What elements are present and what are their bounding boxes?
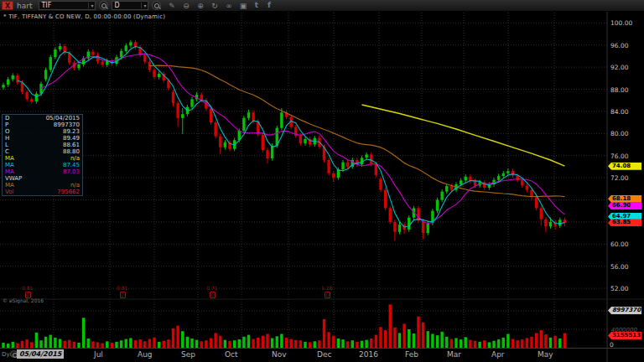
close-icon[interactable]: X xyxy=(2,1,13,10)
data-panel-label: L xyxy=(5,142,8,148)
esignal-chart-window: X hart TIF ▾ D ▾ ✎⊖⊕↻∞▣tf * TIF, TIFFANY… xyxy=(0,0,644,362)
price-axis-tick: 88.00 xyxy=(610,86,628,94)
ma-fast-line xyxy=(18,47,565,228)
data-panel-label: O xyxy=(5,128,10,135)
data-panel-value: 88.80 xyxy=(63,148,80,155)
data-panel-label: MA xyxy=(5,182,14,189)
price-axis-tick: 52.00 xyxy=(610,285,628,292)
time-axis-month-label: Aug xyxy=(138,350,153,359)
data-panel-row: Vol795662 xyxy=(3,189,82,195)
data-panel-value: 05/04/2015 xyxy=(46,115,80,122)
data-panel-row: D05/04/2015 xyxy=(3,115,82,122)
toolbar-icon-group: ✎⊖⊕↻∞▣tf xyxy=(164,1,275,11)
data-panel-row: H89.49 xyxy=(3,135,82,142)
cursor-date-chip: 05/04/2015 xyxy=(17,349,64,359)
data-panel-value: 795662 xyxy=(57,189,80,195)
interval-value: D xyxy=(114,2,119,9)
ma-long-line xyxy=(362,105,565,166)
data-panel-label: MA xyxy=(5,168,14,175)
dividend-marker-value: 0.81 xyxy=(117,285,127,291)
time-axis-month-label: Sep xyxy=(181,350,195,359)
price-axis-tick: 60.00 xyxy=(610,240,628,248)
ma-mid-price-chip: 66.90 xyxy=(608,202,641,209)
data-panel-row: MA87.03 xyxy=(3,168,82,175)
data-panel-value: 87.03 xyxy=(63,168,80,175)
data-panel-row: P8997370 xyxy=(3,122,82,128)
data-panel-label: VWAP xyxy=(5,175,22,182)
data-panel-row: VWAP xyxy=(3,175,82,182)
refresh-icon[interactable]: ↻ xyxy=(207,1,221,11)
candlestick-chart[interactable] xyxy=(0,0,644,362)
interval-search-icon[interactable] xyxy=(152,1,161,10)
data-panel-value: 89.49 xyxy=(63,135,80,142)
cursor-volume-chip: 8997370 xyxy=(608,307,641,314)
price-axis-tick: 80.00 xyxy=(610,130,628,137)
data-panel-label: MA xyxy=(5,162,14,168)
zoom-in-icon[interactable]: ⊕ xyxy=(193,1,207,11)
time-axis-month-label: May xyxy=(538,350,553,359)
data-panel-label: D xyxy=(5,115,9,122)
data-panel-label: H xyxy=(5,135,9,142)
interval-input[interactable]: D ▾ xyxy=(112,1,148,10)
data-panel-value: 88.61 xyxy=(63,142,80,148)
zoom-out-icon[interactable]: ⊖ xyxy=(179,1,193,11)
dividend-marker-value: 0.71 xyxy=(206,285,217,291)
link-icon[interactable]: ∞ xyxy=(221,1,236,11)
volume-bars-layer xyxy=(2,304,566,348)
data-panel-label: P xyxy=(5,122,8,128)
toolbar: X hart TIF ▾ D ▾ ✎⊖⊕↻∞▣tf xyxy=(0,0,644,12)
time-axis-month-label: Oct xyxy=(225,350,238,359)
data-panel-value: 87.45 xyxy=(63,162,80,168)
chevron-down-icon[interactable]: ▾ xyxy=(141,3,146,8)
time-axis-month-label: Jul xyxy=(94,350,103,359)
data-panel-row: O89.23 xyxy=(3,128,82,135)
time-axis-month-label: Nov xyxy=(272,350,287,359)
volume-axis-zero: 0 xyxy=(610,341,614,349)
price-axis-tick: 84.00 xyxy=(610,108,628,116)
data-panel-row: L88.61 xyxy=(3,142,82,148)
dividend-marker-icon[interactable]: D xyxy=(325,292,330,298)
dividend-marker-value: 1.28 xyxy=(321,285,332,291)
price-axis-tick: 96.00 xyxy=(610,42,628,49)
price-axis-tick: 72.00 xyxy=(610,174,628,182)
last-price-chip: 63.85 xyxy=(608,219,641,226)
grid-lines xyxy=(0,12,644,362)
time-axis-month-label: Mar xyxy=(447,350,461,359)
price-axis-tick: 92.00 xyxy=(610,64,628,71)
chart-symbol-title: * TIF, TIFFANY & CO NEW, D, 00:00-00:00 … xyxy=(3,13,165,20)
esignal-credit: © eSignal, 2016 xyxy=(3,297,44,303)
twitter-icon[interactable]: t xyxy=(250,1,262,11)
time-axis-month-label: Feb xyxy=(405,350,418,359)
data-panel-value: n/a xyxy=(70,182,80,189)
facebook-icon[interactable]: f xyxy=(262,1,275,11)
data-panel-row: MA87.45 xyxy=(3,162,82,168)
dividend-marker-icon[interactable]: D xyxy=(210,292,216,298)
dividend-marker-value: 0.81 xyxy=(22,285,33,291)
data-panel-label: MA xyxy=(5,155,14,162)
ohlc-data-panel: D05/04/2015P8997370O89.23H89.49L88.61C88… xyxy=(2,114,83,196)
symbol-search-icon[interactable] xyxy=(99,1,108,10)
price-axis-tick: 56.00 xyxy=(610,263,628,271)
time-axis-month-label: 2016 xyxy=(359,350,378,359)
data-panel-label: C xyxy=(5,148,9,155)
data-panel-value: n/a xyxy=(70,155,80,162)
data-panel-row: C88.80 xyxy=(3,148,82,155)
data-panel-row: MAn/a xyxy=(3,155,82,162)
price-axis-tick: 76.00 xyxy=(610,153,628,160)
last-volume-chip: 3155513 xyxy=(608,332,641,339)
window-title: hart xyxy=(17,2,32,10)
ma-long-price-chip: 74.08 xyxy=(608,163,641,170)
candles-layer xyxy=(2,40,566,241)
data-panel-value: 8997370 xyxy=(54,122,80,128)
time-axis-month-label: Dec xyxy=(317,350,331,359)
chevron-down-icon[interactable]: ▾ xyxy=(88,3,93,8)
dividend-marker-icon[interactable]: D xyxy=(120,292,126,298)
time-axis-month-label: Apr xyxy=(491,350,505,359)
price-axis-tick: 100.00 xyxy=(610,19,632,27)
ma-slow-line xyxy=(149,65,564,197)
symbol-input[interactable]: TIF ▾ xyxy=(39,1,96,10)
data-panel-label: Vol xyxy=(5,189,13,195)
draw-icon[interactable]: ✎ xyxy=(164,1,179,11)
data-panel-row: MAn/a xyxy=(3,182,82,189)
window-icon[interactable]: ▣ xyxy=(236,1,250,11)
